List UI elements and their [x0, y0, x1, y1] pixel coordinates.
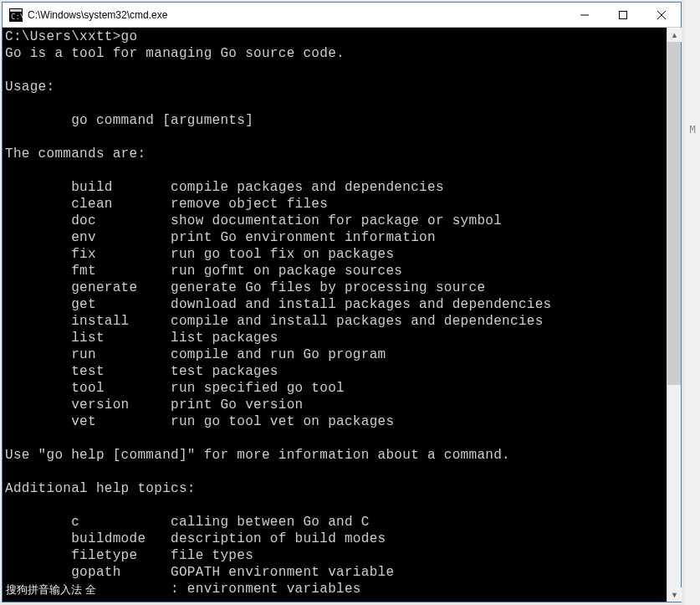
terminal-area: C:\Users\xxtt>go Go is a tool for managi…: [3, 28, 681, 602]
svg-rect-1: [10, 9, 22, 12]
scroll-thumb[interactable]: [667, 42, 681, 385]
close-button[interactable]: [642, 3, 681, 28]
scroll-track[interactable]: [667, 42, 681, 587]
vertical-scrollbar[interactable]: ▲ ▼: [667, 28, 681, 602]
maximize-button[interactable]: [604, 3, 642, 28]
svg-rect-4: [620, 11, 627, 18]
background-strip: M: [685, 0, 700, 605]
scroll-up-arrow[interactable]: ▲: [667, 28, 682, 42]
cmd-window: C:\ C:\Windows\system32\cmd.exe C:\Users…: [2, 2, 682, 602]
window-title: C:\Windows\system32\cmd.exe: [28, 9, 167, 21]
minimize-button[interactable]: [565, 3, 604, 28]
titlebar[interactable]: C:\ C:\Windows\system32\cmd.exe: [3, 3, 681, 28]
scroll-down-arrow[interactable]: ▼: [667, 587, 682, 602]
edge-letter: M: [685, 124, 700, 136]
svg-text:C:\: C:\: [11, 13, 23, 21]
terminal-output[interactable]: C:\Users\xxtt>go Go is a tool for managi…: [3, 28, 667, 602]
cmd-icon: C:\: [9, 8, 23, 22]
